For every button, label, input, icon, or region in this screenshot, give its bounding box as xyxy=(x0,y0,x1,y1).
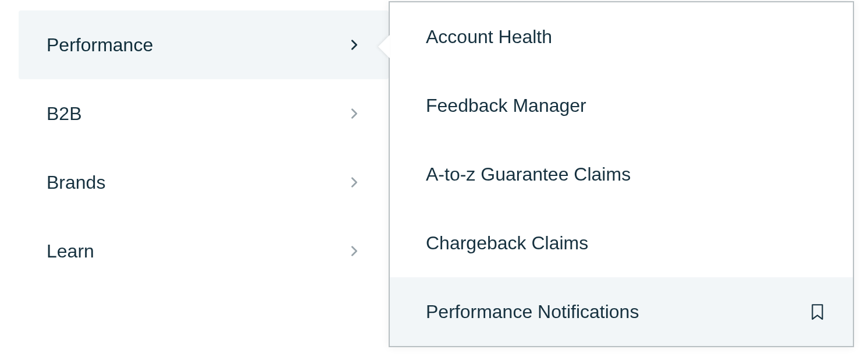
sidebar-item-label: Learn xyxy=(47,241,94,262)
flyout-item-a-to-z-guarantee-claims[interactable]: A-to-z Guarantee Claims xyxy=(390,140,853,209)
sidebar: Performance B2B Brands Learn xyxy=(19,10,389,285)
flyout-item-account-health[interactable]: Account Health xyxy=(390,2,853,71)
flyout-item-label: Account Health xyxy=(426,26,552,48)
flyout-menu: Account Health Feedback Manager A-to-z G… xyxy=(389,1,854,347)
sidebar-item-label: Brands xyxy=(47,172,105,193)
flyout-item-label: Chargeback Claims xyxy=(426,232,588,254)
sidebar-item-b2b[interactable]: B2B xyxy=(19,79,389,148)
flyout-item-label: Performance Notifications xyxy=(426,301,639,323)
sidebar-item-brands[interactable]: Brands xyxy=(19,148,389,217)
sidebar-item-learn[interactable]: Learn xyxy=(19,217,389,285)
flyout-item-label: A-to-z Guarantee Claims xyxy=(426,164,631,185)
flyout-item-chargeback-claims[interactable]: Chargeback Claims xyxy=(390,209,853,277)
sidebar-item-performance[interactable]: Performance xyxy=(19,10,389,79)
flyout-item-performance-notifications[interactable]: Performance Notifications xyxy=(390,277,853,346)
flyout-item-feedback-manager[interactable]: Feedback Manager xyxy=(390,71,853,140)
bookmark-icon[interactable] xyxy=(810,303,825,320)
chevron-right-icon xyxy=(348,245,361,257)
chevron-right-icon xyxy=(348,38,361,51)
sidebar-item-label: Performance xyxy=(47,34,153,56)
flyout-item-label: Feedback Manager xyxy=(426,95,586,117)
chevron-right-icon xyxy=(348,176,361,189)
sidebar-item-label: B2B xyxy=(47,103,81,125)
chevron-right-icon xyxy=(348,107,361,120)
flyout-arrow xyxy=(378,35,390,58)
